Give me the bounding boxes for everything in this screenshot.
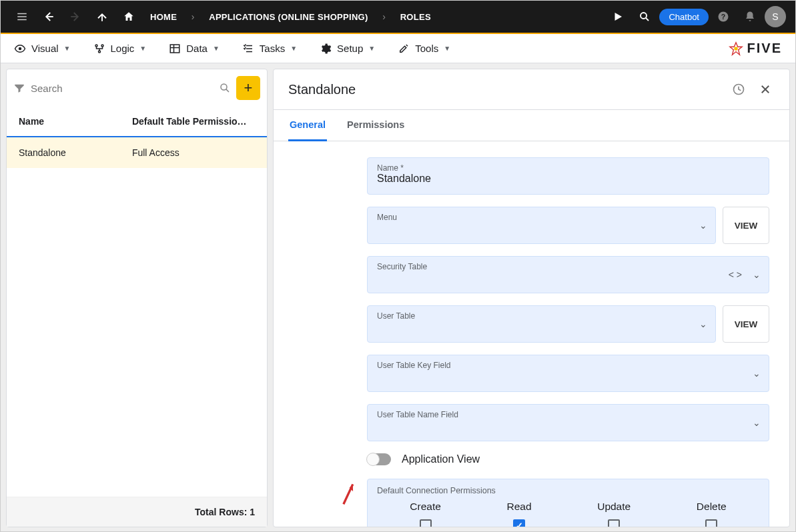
toolbar-setup[interactable]: Setup▼: [320, 43, 375, 55]
svg-rect-15: [171, 45, 180, 53]
svg-line-28: [338, 484, 358, 504]
avatar[interactable]: S: [765, 6, 786, 27]
user-table-key-field[interactable]: User Table Key Field ⌄: [367, 355, 769, 392]
breadcrumb-home[interactable]: HOME: [143, 12, 183, 22]
menu-label: Menu: [377, 213, 706, 222]
caret-down-icon: ▼: [444, 45, 450, 52]
name-field[interactable]: Name * Standalone: [367, 157, 769, 195]
column-name[interactable]: Name: [19, 116, 132, 127]
back-icon[interactable]: [37, 5, 61, 29]
chevron-down-icon: ⌄: [753, 417, 761, 428]
history-icon[interactable]: [729, 80, 748, 99]
up-icon[interactable]: [90, 5, 114, 29]
menu-field[interactable]: Menu ⌄: [367, 207, 716, 244]
toolbar-tools[interactable]: Tools▼: [398, 43, 450, 55]
column-permissions[interactable]: Default Table Permissio…: [132, 116, 247, 127]
toolbar-tasks-label: Tasks: [260, 43, 285, 54]
name-label: Name *: [377, 163, 759, 173]
home-icon[interactable]: [117, 5, 141, 29]
perm-update-label: Update: [597, 501, 631, 513]
chatbot-button[interactable]: Chatbot: [659, 9, 709, 25]
caret-down-icon: ▼: [139, 45, 146, 52]
toolbar-data-label: Data: [186, 43, 208, 54]
app-view-toggle-row: Application View: [367, 453, 769, 465]
chevron-down-icon: ⌄: [699, 220, 707, 231]
close-icon[interactable]: [756, 80, 775, 99]
app-view-toggle[interactable]: [367, 453, 391, 465]
help-icon[interactable]: ?: [711, 5, 735, 29]
filter-icon[interactable]: [13, 82, 25, 94]
user-table-name-field[interactable]: User Table Name Field ⌄: [367, 404, 769, 441]
table-header: Name Default Table Permissio…: [7, 107, 267, 137]
default-connection-permissions: Default Connection Permissions Create Re…: [367, 479, 769, 527]
toolbar-data[interactable]: Data▼: [169, 43, 220, 55]
view-button-user-table[interactable]: VIEW: [723, 305, 769, 343]
brand-text: FIVE: [747, 41, 782, 56]
app-view-label: Application View: [402, 453, 480, 465]
name-value: Standalone: [377, 173, 431, 184]
user-table-key-label: User Table Key Field: [377, 361, 759, 370]
left-panel: + Name Default Table Permissio… Standalo…: [6, 69, 268, 527]
perm-create-label: Create: [410, 501, 441, 513]
menu-icon[interactable]: [10, 5, 34, 29]
svg-line-8: [646, 18, 649, 21]
security-table-label: Security Table: [377, 262, 759, 271]
topbar: HOME › APPLICATIONS (ONLINE SHOPPING) › …: [1, 1, 795, 34]
svg-line-24: [226, 89, 229, 92]
code-icon[interactable]: < >: [729, 269, 742, 280]
toolbar-logic[interactable]: Logic▼: [93, 43, 147, 55]
table-row[interactable]: Standalone Full Access: [7, 137, 267, 168]
add-button[interactable]: +: [236, 76, 260, 100]
user-table-name-label: User Table Name Field: [377, 410, 759, 419]
forward-icon: [63, 5, 87, 29]
right-panel: Standalone General Permissions Name * St…: [273, 69, 790, 527]
caret-down-icon: ▼: [368, 45, 375, 52]
security-table-field[interactable]: Security Table < > ⌄: [367, 256, 769, 293]
chevron-down-icon: ⌄: [753, 368, 761, 379]
search-input[interactable]: [31, 83, 214, 94]
detail-header: Standalone: [274, 69, 789, 110]
perm-update-checkbox[interactable]: [608, 519, 620, 527]
view-button-menu[interactable]: VIEW: [723, 207, 769, 244]
svg-point-13: [101, 45, 103, 47]
svg-point-14: [98, 51, 100, 53]
detail-title: Standalone: [288, 82, 721, 97]
bell-icon[interactable]: [738, 5, 762, 29]
perm-create-checkbox[interactable]: [420, 519, 432, 527]
caret-down-icon: ▼: [213, 45, 220, 52]
toolbar-setup-label: Setup: [337, 43, 363, 54]
row-permission: Full Access: [132, 147, 179, 158]
perm-read-checkbox[interactable]: [513, 519, 525, 527]
breadcrumb-roles[interactable]: ROLES: [394, 12, 438, 22]
svg-point-12: [95, 45, 97, 47]
tab-permissions[interactable]: Permissions: [346, 110, 406, 141]
permissions-title: Default Connection Permissions: [377, 486, 759, 495]
brand-logo: FIVE: [729, 41, 782, 56]
tab-general[interactable]: General: [288, 110, 327, 141]
toolbar-tools-label: Tools: [415, 43, 438, 54]
svg-point-22: [734, 47, 738, 51]
user-table-label: User Table: [377, 311, 706, 321]
chevron-down-icon: ⌄: [699, 319, 707, 329]
tabs: General Permissions: [274, 110, 789, 141]
toolbar-logic-label: Logic: [111, 43, 135, 54]
toolbar-visual-label: Visual: [31, 43, 59, 54]
annotation-arrow: [332, 476, 368, 515]
svg-text:?: ?: [721, 13, 725, 21]
play-icon[interactable]: [606, 5, 630, 29]
search-icon[interactable]: [633, 5, 657, 29]
toolbar-visual[interactable]: Visual▼: [14, 43, 71, 55]
user-table-field[interactable]: User Table ⌄: [367, 305, 716, 343]
caret-down-icon: ▼: [290, 45, 297, 52]
breadcrumb-applications[interactable]: APPLICATIONS (ONLINE SHOPPING): [202, 12, 374, 22]
toolbar: Visual▼ Logic▼ Data▼ Tasks▼ Setup▼ Tools…: [1, 34, 795, 63]
perm-delete-checkbox[interactable]: [705, 519, 717, 527]
svg-point-11: [19, 47, 22, 50]
search-bar: +: [7, 69, 267, 107]
svg-marker-6: [615, 13, 623, 21]
caret-down-icon: ▼: [64, 45, 71, 52]
svg-point-7: [641, 13, 647, 19]
toolbar-tasks[interactable]: Tasks▼: [242, 43, 297, 55]
search-icon[interactable]: [219, 82, 231, 94]
perm-delete-label: Delete: [697, 501, 727, 513]
